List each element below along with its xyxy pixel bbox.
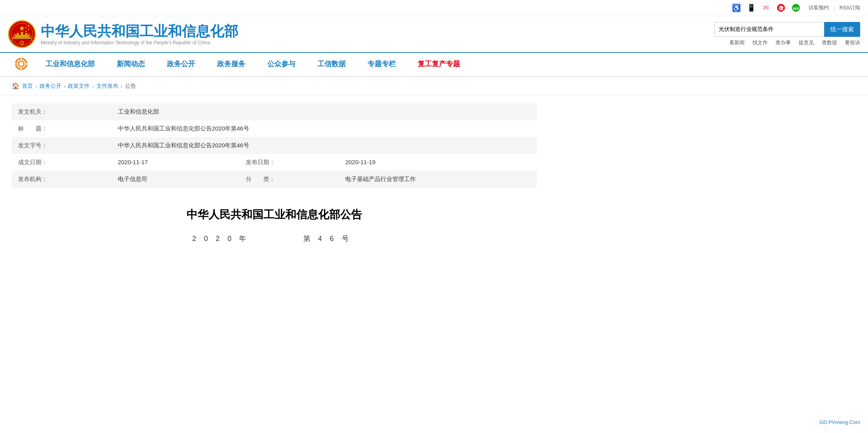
breadcrumb-home-link[interactable]: 首页 xyxy=(22,83,33,90)
nav-brand-icon xyxy=(14,57,28,71)
doc-year: 2020年 xyxy=(192,235,254,243)
nav-item-news[interactable]: 新闻动态 xyxy=(106,53,156,76)
creation-date-label: 成文日期： xyxy=(12,154,112,171)
svg-point-20 xyxy=(19,62,23,66)
site-subtitle: Ministry of Industry and Information Tec… xyxy=(41,40,238,45)
issuer-label2 xyxy=(239,103,339,120)
creation-date-value: 2020-11-17 xyxy=(112,154,239,171)
nav-item-ministry[interactable]: 工业和信息化部 xyxy=(34,53,106,76)
quick-link-data[interactable]: 查数据 xyxy=(822,39,837,46)
category-label: 分 类： xyxy=(239,171,339,188)
mobile-icon[interactable]: 📱 xyxy=(746,2,757,13)
weibo-icon[interactable]: 微 xyxy=(776,2,786,13)
logo-area: 中华人民共和国工业和信息化部 Ministry of Industry and … xyxy=(8,20,238,48)
docnum-label: 发文字号： xyxy=(12,137,112,154)
doc-info-row-docnum: 发文字号： 中华人民共和国工业和信息化部公告2020年第46号 xyxy=(12,137,537,154)
breadcrumb-sep-1: › xyxy=(35,83,37,89)
search-button[interactable]: 统一搜索 xyxy=(824,22,860,37)
wechat-icon[interactable]: wx xyxy=(790,2,801,13)
breadcrumb-current: 公告 xyxy=(125,83,136,90)
doc-main-section: 中华人民共和国工业和信息化部公告 2020年 第46号 xyxy=(12,199,537,251)
category-value: 电子基础产品行业管理工作 xyxy=(339,171,537,188)
quick-link-affairs[interactable]: 查办事 xyxy=(776,39,791,46)
rss-link[interactable]: RSS订阅 xyxy=(839,4,860,11)
nav-item-gov-open[interactable]: 政务公开 xyxy=(156,53,206,76)
quick-link-news[interactable]: 看新闻 xyxy=(729,39,745,46)
title-label: 标 题： xyxy=(12,120,112,137)
doc-info-row-title: 标 题： 中华人民共和国工业和信息化部公告2020年第46号 xyxy=(12,120,537,137)
svg-rect-10 xyxy=(25,33,27,36)
header-right: 统一搜索 看新闻 找文件 查办事 提意见 查数据 要投诉 xyxy=(714,22,860,46)
publish-date-value: 2020-11-19 xyxy=(339,154,537,171)
issuer-label: 发文机关： xyxy=(12,103,112,120)
main-nav: 工业和信息化部 新闻动态 政务公开 政务服务 公众参与 工信数据 专题专栏 复工… xyxy=(0,53,868,77)
main-content: 发文机关： 工业和信息化部 标 题： 中华人民共和国工业和信息化部公告2020年… xyxy=(0,96,549,267)
breadcrumb-policy[interactable]: 政策文件 xyxy=(68,83,90,90)
quick-link-file[interactable]: 找文件 xyxy=(752,39,768,46)
doc-info-row-issuer: 发文机关： 工业和信息化部 xyxy=(12,103,537,120)
nav-item-data[interactable]: 工信数据 xyxy=(306,53,357,76)
nav-icon-item[interactable] xyxy=(8,53,34,76)
nav-item-topics[interactable]: 专题专栏 xyxy=(357,53,407,76)
breadcrumb-sep-4: › xyxy=(121,83,123,89)
logo-text: 中华人民共和国工业和信息化部 Ministry of Industry and … xyxy=(41,23,238,45)
nav-list: 工业和信息化部 新闻动态 政务公开 政务服务 公众参与 工信数据 专题专栏 复工… xyxy=(8,53,860,76)
title-value: 中华人民共和国工业和信息化部公告2020年第46号 xyxy=(112,120,537,137)
nav-item-gov-service[interactable]: 政务服务 xyxy=(206,53,256,76)
home-icon[interactable]: 🏠 xyxy=(12,82,20,90)
svg-rect-7 xyxy=(13,37,31,39)
publish-date-label: 发布日期： xyxy=(239,154,339,171)
svg-point-17 xyxy=(21,42,23,44)
issuer-value: 工业和信息化部 xyxy=(112,103,239,120)
header: 中华人民共和国工业和信息化部 Ministry of Industry and … xyxy=(0,16,868,53)
breadcrumb-file-release[interactable]: 文件发布 xyxy=(96,83,118,90)
doc-main-title: 中华人民共和国工业和信息化部公告 xyxy=(12,207,537,222)
search-input[interactable] xyxy=(714,22,824,37)
org-label: 发布机构： xyxy=(12,171,112,188)
breadcrumb-sep-3: › xyxy=(92,83,94,89)
doc-num: 第46号 xyxy=(303,235,357,243)
quick-link-suggest[interactable]: 提意见 xyxy=(799,39,814,46)
search-area: 统一搜索 xyxy=(714,22,860,37)
docnum-value: 中华人民共和国工业和信息化部公告2020年第46号 xyxy=(112,137,537,154)
svg-text:微: 微 xyxy=(778,5,784,11)
org-value: 电子信息司 xyxy=(112,171,239,188)
doc-info-row-dates: 成文日期： 2020-11-17 发布日期： 2020-11-19 xyxy=(12,154,537,171)
nav-item-resume-work[interactable]: 复工复产专题 xyxy=(407,53,471,76)
doc-info-row-org: 发布机构： 电子信息司 分 类： 电子基础产品行业管理工作 xyxy=(12,171,537,188)
social-icons: ♿ 📱 ✉ 微 wx xyxy=(731,2,801,13)
accessibility-icon[interactable]: ♿ xyxy=(731,2,742,13)
quick-link-complain[interactable]: 要投诉 xyxy=(845,39,860,46)
breadcrumb: 🏠 首页 › 政务公开 › 政策文件 › 文件发布 › 公告 xyxy=(0,77,868,96)
svg-rect-8 xyxy=(16,33,19,36)
breadcrumb-sep-2: › xyxy=(64,83,66,89)
divider: | xyxy=(834,5,835,11)
svg-rect-9 xyxy=(21,32,23,36)
nav-item-public[interactable]: 公众参与 xyxy=(256,53,306,76)
breadcrumb-gov-open[interactable]: 政务公开 xyxy=(40,83,62,90)
visitor-booking-link[interactable]: 访客预约 xyxy=(808,4,829,11)
national-emblem xyxy=(8,20,36,48)
email-icon[interactable]: ✉ xyxy=(761,2,772,13)
issuer-value2 xyxy=(339,103,537,120)
doc-info-table: 发文机关： 工业和信息化部 标 题： 中华人民共和国工业和信息化部公告2020年… xyxy=(12,103,537,188)
quick-links: 看新闻 找文件 查办事 提意见 查数据 要投诉 xyxy=(729,39,860,46)
doc-number: 2020年 第46号 xyxy=(12,234,537,243)
site-title: 中华人民共和国工业和信息化部 xyxy=(41,23,238,40)
top-bar: ♿ 📱 ✉ 微 wx 访客预约 | RSS订阅 xyxy=(0,0,868,16)
svg-text:wx: wx xyxy=(793,6,799,11)
